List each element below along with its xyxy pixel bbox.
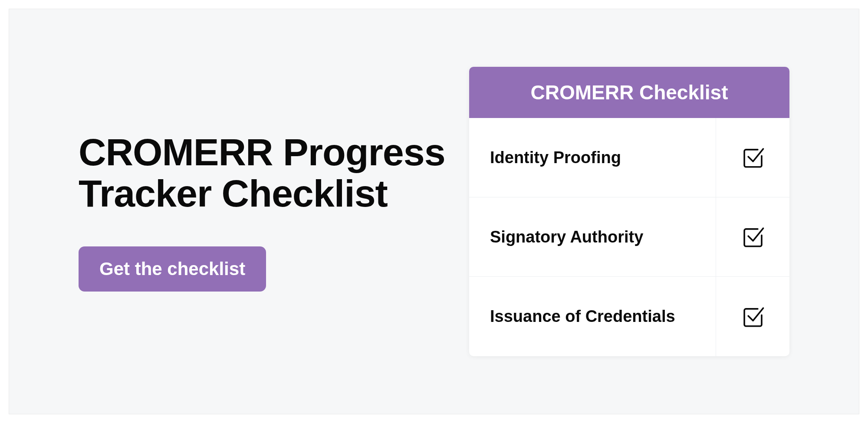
get-checklist-button[interactable]: Get the checklist <box>79 246 266 292</box>
page-title: CROMERR Progress Tracker Checklist <box>79 131 469 214</box>
checklist-icon-cell <box>716 118 789 197</box>
checked-box-icon <box>740 304 766 329</box>
checklist-item-label: Issuance of Credentials <box>469 307 716 326</box>
checklist-icon-cell <box>716 277 789 356</box>
checklist-row: Issuance of Credentials <box>469 277 789 356</box>
checklist-item-label: Identity Proofing <box>469 148 716 167</box>
checked-box-icon <box>740 145 766 170</box>
content-frame: CROMERR Progress Tracker Checklist Get t… <box>9 9 859 414</box>
left-section: CROMERR Progress Tracker Checklist Get t… <box>79 131 469 292</box>
checked-box-icon <box>740 224 766 249</box>
checklist-card-header: CROMERR Checklist <box>469 67 789 118</box>
checklist-row: Signatory Authority <box>469 197 789 277</box>
checklist-icon-cell <box>716 197 789 276</box>
checklist-row: Identity Proofing <box>469 118 789 197</box>
checklist-card: CROMERR Checklist Identity Proofing Sign… <box>469 67 789 356</box>
checklist-item-label: Signatory Authority <box>469 228 716 246</box>
